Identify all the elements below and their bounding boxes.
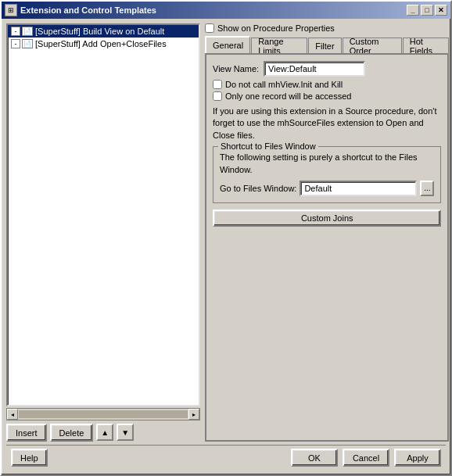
doc-icon: 📄: [22, 27, 33, 36]
one-record-label: Only one record will be accessed: [225, 91, 351, 101]
tab-bar: General Range Limits Filter Custom Order…: [205, 36, 449, 53]
left-panel: - 📄 [SuperStuff] Build View on Default -…: [6, 23, 200, 442]
move-down-button[interactable]: ▼: [117, 424, 134, 441]
go-to-files-label: Go to Files Window:: [220, 184, 296, 193]
right-panel: Show on Procedure Properties General Ran…: [205, 23, 449, 442]
minimize-button[interactable]: _: [407, 5, 419, 16]
show-on-procedure-checkbox[interactable]: [205, 23, 214, 33]
do-not-call-label: Do not call mhView.Init and Kill: [225, 80, 343, 89]
close-button[interactable]: ✕: [435, 5, 447, 16]
title-buttons: _ □ ✕: [407, 5, 447, 16]
view-name-label: View Name:: [213, 64, 259, 73]
tree-expand-icon[interactable]: -: [11, 39, 20, 48]
title-bar-left: ⊞ Extension and Control Templates: [5, 4, 156, 16]
window-content: - 📄 [SuperStuff] Build View on Default -…: [2, 19, 450, 474]
tab-general[interactable]: General: [205, 36, 250, 53]
title-bar: ⊞ Extension and Control Templates _ □ ✕: [2, 2, 450, 19]
show-on-procedure-row: Show on Procedure Properties: [205, 23, 449, 33]
go-to-files-row: Go to Files Window: ...: [220, 181, 434, 196]
shortcut-group-title: Shortcut to Files Window: [218, 141, 318, 151]
tree-item-label: [SuperStuff] Add Open+CloseFiles: [35, 39, 167, 48]
tab-content-general: View Name: Do not call mhView.Init and K…: [205, 53, 449, 442]
doc-icon: 📄: [22, 39, 33, 48]
tree-container[interactable]: - 📄 [SuperStuff] Build View on Default -…: [6, 23, 200, 406]
insert-button[interactable]: Insert: [6, 424, 47, 442]
main-window: ⊞ Extension and Control Templates _ □ ✕ …: [0, 0, 452, 476]
ok-button[interactable]: OK: [291, 449, 338, 467]
tab-filter[interactable]: Filter: [308, 38, 341, 53]
scroll-left-arrow[interactable]: ◂: [7, 409, 18, 420]
tab-range-limits[interactable]: Range Limits: [251, 38, 307, 53]
tree-expand-icon[interactable]: -: [11, 27, 20, 36]
delete-button[interactable]: Delete: [50, 424, 94, 442]
bottom-right-buttons: OK Cancel Apply: [291, 449, 441, 467]
go-to-files-input[interactable]: [300, 181, 417, 196]
scroll-track: [19, 410, 188, 418]
apply-button[interactable]: Apply: [394, 449, 441, 467]
horizontal-scrollbar[interactable]: ◂ ▸: [6, 408, 200, 421]
one-record-checkbox[interactable]: [213, 91, 222, 101]
main-area: - 📄 [SuperStuff] Build View on Default -…: [6, 23, 446, 442]
do-not-call-row: Do not call mhView.Init and Kill: [213, 80, 441, 89]
view-name-row: View Name:: [213, 61, 441, 77]
help-button[interactable]: Help: [11, 449, 48, 467]
window-title: Extension and Control Templates: [20, 5, 156, 15]
tab-hot-fields[interactable]: Hot Fields: [403, 38, 450, 53]
move-up-button[interactable]: ▲: [96, 424, 113, 441]
window-icon: ⊞: [5, 4, 17, 16]
tab-custom-order[interactable]: Custom Order: [343, 38, 402, 53]
browse-button[interactable]: ...: [420, 181, 434, 196]
left-panel-buttons: Insert Delete ▲ ▼: [6, 424, 200, 442]
view-name-input[interactable]: [264, 61, 365, 77]
tree-item[interactable]: - 📄 [SuperStuff] Add Open+CloseFiles: [8, 38, 199, 50]
custom-joins-button[interactable]: Custom Joins: [213, 209, 441, 227]
scroll-right-arrow[interactable]: ▸: [188, 409, 199, 420]
one-record-row: Only one record will be accessed: [213, 91, 441, 101]
maximize-button[interactable]: □: [421, 5, 433, 16]
show-on-procedure-label: Show on Procedure Properties: [217, 23, 335, 33]
shortcut-info-text: The following setting is purely a shortc…: [220, 152, 434, 176]
do-not-call-checkbox[interactable]: [213, 80, 222, 89]
cancel-button[interactable]: Cancel: [343, 449, 389, 467]
shortcut-group-box: Shortcut to Files Window The following s…: [213, 146, 441, 203]
info-text: If you are using this extension in a Sou…: [213, 106, 441, 141]
bottom-buttons-bar: Help OK Cancel Apply: [6, 445, 446, 470]
tree-item[interactable]: - 📄 [SuperStuff] Build View on Default: [8, 25, 199, 38]
tree-item-label: [SuperStuff] Build View on Default: [35, 27, 164, 36]
